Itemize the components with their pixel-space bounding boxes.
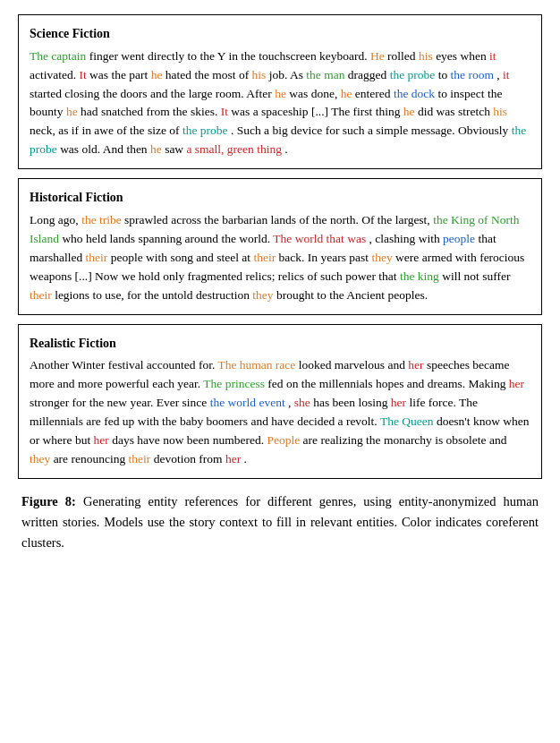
entity-the-queen: The Queen: [380, 414, 434, 428]
realistic-fiction-title: Realistic Fiction: [30, 334, 530, 354]
entity-the-room: the room: [451, 68, 494, 81]
entity-his-1: his: [419, 49, 433, 63]
entity-he-5: he: [66, 105, 78, 118]
entity-the-king: the king: [400, 269, 439, 283]
entity-it-4: It: [221, 105, 228, 118]
caption-text: Generating entity references for differe…: [21, 494, 539, 550]
entity-small-green-thing: a small, green thing: [187, 142, 282, 156]
entity-the-man: the man: [306, 68, 344, 81]
entity-human-race: The human race: [217, 358, 295, 372]
caption-label: Figure 8:: [21, 494, 76, 508]
entity-he-7: he: [150, 142, 162, 156]
entity-her-3: her: [391, 396, 406, 409]
entity-their-4: their: [129, 452, 151, 465]
entity-their-1: their: [86, 251, 108, 264]
entity-princess: The princess: [203, 377, 265, 390]
entity-her-4: her: [94, 433, 109, 447]
entity-the-dock: the dock: [394, 87, 435, 100]
historical-fiction-box: Historical Fiction Long ago, the tribe s…: [18, 178, 542, 314]
entity-her-2: her: [509, 377, 524, 390]
entity-he-1: He: [370, 49, 385, 63]
entity-he-6: he: [403, 105, 415, 118]
entity-probe-1: the probe: [390, 68, 436, 81]
entity-they-1: they: [371, 251, 392, 264]
realistic-fiction-body: Another Winter festival accounted for. T…: [30, 356, 530, 469]
entity-tribe: the tribe: [81, 213, 122, 226]
historical-fiction-body: Long ago, the tribe sprawled across the …: [30, 211, 530, 305]
science-fiction-title: Science Fiction: [30, 24, 530, 44]
entity-he-4: he: [341, 87, 352, 100]
entity-captain: The captain: [30, 49, 86, 63]
entity-he-3: he: [275, 87, 286, 100]
entity-their-3: their: [30, 288, 52, 302]
entity-they-3: they: [30, 452, 50, 465]
entity-it-2: It: [79, 68, 86, 81]
entity-probe-2: the probe: [182, 124, 228, 137]
entity-it-3: it: [503, 68, 510, 81]
entity-people-2: People: [267, 433, 300, 447]
entity-his-2: his: [252, 68, 267, 81]
entity-her-1: her: [408, 358, 423, 372]
entity-people-1: people: [443, 232, 475, 245]
figure-caption: Figure 8: Generating entity references f…: [18, 491, 542, 554]
entity-she: she: [294, 396, 310, 409]
entity-world-that-was: The world that was: [273, 232, 366, 245]
realistic-fiction-box: Realistic Fiction Another Winter festiva…: [18, 324, 542, 479]
entity-his-3: his: [493, 105, 507, 118]
science-fiction-box: Science Fiction The captain finger went …: [18, 14, 542, 169]
entity-he-2: he: [151, 68, 163, 81]
science-fiction-body: The captain finger went directly to the …: [30, 47, 530, 160]
entity-it-1: it: [489, 49, 496, 63]
entity-their-2: their: [253, 251, 276, 264]
entity-world-event: the world event: [210, 396, 285, 409]
historical-fiction-title: Historical Fiction: [30, 188, 530, 208]
entity-her-5: her: [225, 452, 241, 465]
entity-they-2: they: [252, 288, 273, 302]
